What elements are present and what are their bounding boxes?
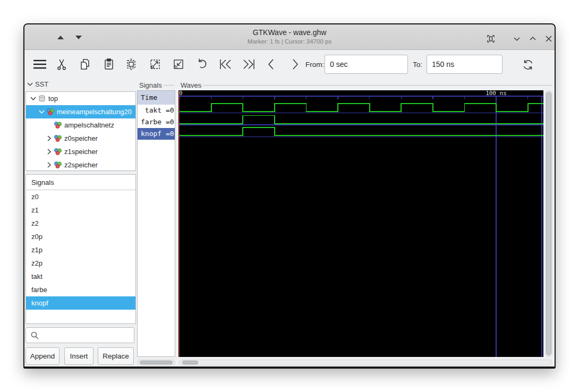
wave-canvas[interactable]: 0100 ns xyxy=(178,90,543,357)
chevron-down-icon[interactable] xyxy=(38,108,46,116)
tree-row-top[interactable]: top xyxy=(26,92,135,105)
no-expander xyxy=(45,121,53,129)
gtkwave-window: GTKWave - wave.ghw Marker: 1 fs | Cursor… xyxy=(23,23,556,369)
main-area: SST topmeineampelschaltung20ampelschaltn… xyxy=(24,79,555,367)
timeline-label: 100 ns xyxy=(486,90,507,97)
tree-row-label: meineampelschaltung20 xyxy=(57,108,132,116)
toolbar: From: To: xyxy=(24,50,555,79)
tree-row-z0speicher[interactable]: z0speicher xyxy=(26,132,135,145)
signal-values: takt =0farbe =0knopf =0 xyxy=(138,105,175,140)
waves-panel-label: Waves xyxy=(181,81,201,89)
titlebar-down-icon[interactable] xyxy=(75,36,82,39)
signal-item-z1[interactable]: z1 xyxy=(26,203,135,217)
waves-hscrollbar[interactable] xyxy=(179,360,552,365)
tree-row-label: z0speicher xyxy=(64,134,98,142)
tree-row-z1speicher[interactable]: z1speicher xyxy=(26,145,135,158)
goto-end-icon[interactable] xyxy=(241,57,254,71)
values-box: Time takt =0farbe =0knopf =0 xyxy=(137,90,175,357)
from-label: From: xyxy=(305,61,324,69)
marker-cursor-status: Marker: 1 fs | Cursor: 34700 ps xyxy=(131,38,448,45)
value-row-knopf[interactable]: knopf =0 xyxy=(138,128,175,140)
close-icon[interactable] xyxy=(543,33,554,44)
module-icon xyxy=(46,108,55,116)
paste-icon[interactable] xyxy=(102,57,116,71)
waves-panel-header: Waves xyxy=(181,81,552,89)
module-icon xyxy=(54,121,62,129)
module-icon xyxy=(54,148,62,156)
copy-icon[interactable] xyxy=(78,57,92,71)
fullscreen-icon[interactable] xyxy=(486,33,496,44)
signal-item-z0p[interactable]: z0p xyxy=(26,230,135,243)
tree-row-label: top xyxy=(48,95,58,103)
waves-vscrollbar[interactable] xyxy=(545,90,552,357)
chevron-right-icon[interactable] xyxy=(45,161,53,169)
signal-item-z2p[interactable]: z2p xyxy=(26,257,135,270)
tree-row-label: z1speicher xyxy=(64,148,98,156)
module-icon xyxy=(54,161,62,169)
waves-hscrollbar-thumb[interactable] xyxy=(182,361,198,364)
time-column-header[interactable]: Time xyxy=(138,91,175,105)
signal-search-box xyxy=(25,327,134,343)
sst-header[interactable]: SST xyxy=(27,80,133,88)
from-input[interactable] xyxy=(325,55,408,74)
value-row-farbe[interactable]: farbe =0 xyxy=(138,116,175,128)
shade-up-icon[interactable] xyxy=(527,33,538,44)
to-input[interactable] xyxy=(427,55,503,74)
search-icon xyxy=(30,331,39,340)
chevron-right-icon[interactable] xyxy=(45,134,53,142)
signal-item-farbe[interactable]: farbe xyxy=(26,283,135,296)
zoom-out-icon[interactable] xyxy=(172,57,185,71)
chevron-right-icon[interactable] xyxy=(45,148,53,156)
tree-row-label: z2speicher xyxy=(64,161,98,169)
signals-list-box: Signals z0z1z2z0pz1pz2ptaktfarbeknopf xyxy=(25,174,136,324)
signal-item-z0[interactable]: z0 xyxy=(26,190,135,203)
values-hscrollbar-thumb[interactable] xyxy=(140,361,173,364)
zoom-fit-icon[interactable] xyxy=(124,57,138,71)
tree-row-z2speicher[interactable]: z2speicher xyxy=(26,158,135,171)
reload-icon[interactable] xyxy=(521,57,534,71)
values-panel-header: Signals xyxy=(139,81,174,89)
signal-item-knopf[interactable]: knopf xyxy=(26,296,135,310)
search-input[interactable] xyxy=(42,328,131,342)
move-left-icon[interactable] xyxy=(265,57,278,71)
chevron-down-icon[interactable] xyxy=(29,95,37,103)
append-button[interactable]: Append xyxy=(25,347,59,365)
shade-down-icon[interactable] xyxy=(512,33,522,44)
move-right-icon[interactable] xyxy=(288,57,302,71)
goto-start-icon[interactable] xyxy=(218,57,232,71)
titlebar[interactable]: GTKWave - wave.ghw Marker: 1 fs | Cursor… xyxy=(24,24,555,50)
replace-button[interactable]: Replace xyxy=(98,347,134,365)
zoom-in-icon[interactable] xyxy=(148,57,162,71)
to-label: To: xyxy=(413,61,422,69)
signal-item-z2[interactable]: z2 xyxy=(26,217,135,230)
insert-button[interactable]: Insert xyxy=(64,347,93,365)
signals-list-header[interactable]: Signals xyxy=(26,175,135,190)
window-title: GTKWave - wave.ghw xyxy=(131,28,448,37)
tree-row-meineampelschaltung20[interactable]: meineampelschaltung20 xyxy=(26,105,135,118)
value-row-takt[interactable]: takt =0 xyxy=(138,105,175,116)
sst-label: SST xyxy=(35,80,48,88)
values-hscrollbar[interactable] xyxy=(137,360,175,365)
database-icon xyxy=(38,95,46,103)
waves-vscrollbar-thumb[interactable] xyxy=(546,92,551,355)
cut-icon[interactable] xyxy=(55,57,69,71)
module-icon xyxy=(54,134,62,142)
signal-item-takt[interactable]: takt xyxy=(26,270,135,283)
tree-row-ampelschaltnetz[interactable]: ampelschaltnetz xyxy=(26,118,135,132)
chevron-down-icon xyxy=(27,81,33,88)
signals-list: z0z1z2z0pz1pz2ptaktfarbeknopf xyxy=(26,190,135,310)
wave-background[interactable] xyxy=(178,90,543,357)
values-panel-label: Signals xyxy=(139,81,162,89)
menu-icon[interactable] xyxy=(31,57,45,71)
undo-icon[interactable] xyxy=(195,57,209,71)
signal-item-z1p[interactable]: z1p xyxy=(26,243,135,257)
sst-tree: topmeineampelschaltung20ampelschaltnetzz… xyxy=(25,91,136,171)
tree-row-label: ampelschaltnetz xyxy=(64,121,114,129)
titlebar-up-icon[interactable] xyxy=(57,36,64,39)
